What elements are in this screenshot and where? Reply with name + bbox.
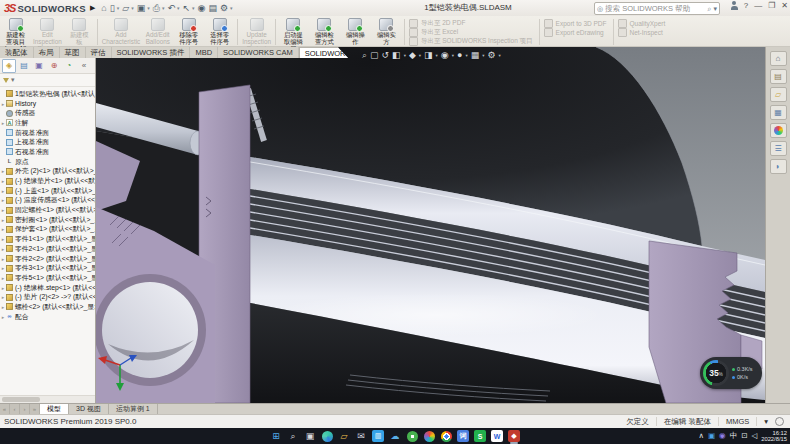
doc-tab-nav-3[interactable]: › [20, 404, 30, 414]
forum-tab[interactable]: ◗ [770, 159, 787, 174]
apply-scene-icon[interactable]: ▦ [471, 50, 480, 60]
save-button-caret-icon[interactable]: ▾ [147, 5, 150, 11]
doc-tab-nav-2[interactable]: ‹ [10, 404, 20, 414]
search-icon[interactable]: ⌕ [708, 5, 712, 13]
dimxpertmanager-tab[interactable]: ⊕ [47, 59, 61, 73]
zoom-area-icon[interactable]: ▢ [370, 50, 379, 60]
component-insulation-gasket[interactable]: ▸(-) 绝缘垫片<1> (默认<<默认>_显 [0, 176, 95, 186]
right-plane[interactable]: 右视基准面 [0, 147, 95, 157]
apply-scene-icon-caret[interactable]: ▾ [482, 53, 484, 58]
component-part1[interactable]: ▸零件1<1> (默认<<默认>_显示状态 [0, 234, 95, 244]
previous-view-icon[interactable]: ↺ [382, 50, 390, 60]
monitor-icon[interactable]: ⊡ [741, 432, 747, 440]
component-temperature-sensor[interactable]: ▸(-) 温度传感器<1> (默认<<默认>_ [0, 196, 95, 206]
sensors-folder[interactable]: 传感器 [0, 108, 95, 118]
status-caret-icon[interactable]: ▾ [764, 417, 768, 426]
dictionary-app-icon[interactable]: 词 [457, 430, 469, 442]
scrollbar-thumb[interactable] [2, 397, 40, 402]
status-help-icon[interactable] [775, 417, 784, 426]
task-view-button[interactable]: ▣ [304, 430, 316, 442]
origin[interactable]: L原点 [0, 157, 95, 167]
new-file-button-caret-icon[interactable]: ▾ [117, 5, 120, 11]
rebuild-button[interactable]: ◉ [198, 3, 206, 13]
view-settings-icon-caret[interactable]: ▾ [499, 53, 501, 58]
component-seal-ring[interactable]: ▸密封圈<1> (默认<<默认>_显示状 [0, 215, 95, 225]
propertymanager-tab[interactable]: ▤ [17, 59, 31, 73]
assembly-root[interactable]: 1型铠装热电偶 (默认<默认_显示状态-1 [0, 89, 95, 99]
front-plane[interactable]: 前视基准面 [0, 128, 95, 138]
search-caret-icon[interactable]: ▾ [713, 5, 717, 13]
annotations-folder[interactable]: ▸A注解 [0, 118, 95, 128]
zoom-fit-icon[interactable]: ⌕ [362, 50, 367, 60]
component-fixing-bolt[interactable]: ▸固定螺栓<1> (默认<<默认>_显示 [0, 205, 95, 215]
tab-mbd[interactable]: MBD [190, 47, 218, 58]
view-palette-tab[interactable]: ▦ [770, 105, 787, 120]
undo-button[interactable]: ↶ [167, 3, 175, 13]
component-gasket[interactable]: ▸(-) 垫片 (2)<2> ->? (默认<<默认> [0, 292, 95, 302]
display-style-icon-caret[interactable]: ▾ [436, 53, 438, 58]
edit-inspection-method-button[interactable]: 编辑检 查方式 [309, 17, 340, 46]
ime-chinese-indicator[interactable]: 中 [730, 432, 738, 440]
mates-folder[interactable]: ▸∞配合 [0, 312, 95, 322]
search-scope-icon[interactable]: ◎ [597, 5, 603, 13]
tab-assembly[interactable]: 装配体 [0, 47, 34, 58]
chrome-icon[interactable] [440, 430, 452, 442]
tab-solidworks-addins[interactable]: SOLIDWORKS 插件 [112, 47, 191, 58]
section-view-icon-caret[interactable]: ▾ [404, 53, 406, 58]
app-360-icon[interactable] [406, 430, 418, 442]
options-button-caret-icon[interactable]: ▾ [230, 5, 233, 11]
edit-operation-button[interactable]: 编辑操 作 [340, 17, 371, 46]
mail-icon[interactable]: ✉ [355, 430, 367, 442]
login-button[interactable] [731, 1, 738, 10]
menu-expand-arrow-icon[interactable]: ▶ [90, 4, 95, 12]
display-style-icon[interactable]: ◨ [424, 50, 433, 60]
volume-icon[interactable]: ◁ [751, 432, 757, 440]
open-file-button-caret-icon[interactable]: ▾ [131, 5, 134, 11]
start-button[interactable]: ⊞ [270, 430, 282, 442]
onedrive-icon[interactable]: ☁ [389, 430, 401, 442]
component-bolt[interactable]: ▸螺栓<2> (默认<<默认>_显示状态 [0, 302, 95, 312]
undo-button-caret-icon[interactable]: ▾ [177, 5, 180, 11]
wps-icon[interactable]: W [491, 430, 503, 442]
edge-browser-icon[interactable] [321, 430, 333, 442]
hide-show-items-icon[interactable]: ◉ [441, 50, 449, 60]
doc-tab-nav-1[interactable]: « [0, 404, 10, 414]
tray-shield-icon[interactable]: ◉ [719, 432, 726, 440]
print-button-caret-icon[interactable]: ▾ [162, 5, 165, 11]
open-file-button[interactable]: ▱ [122, 3, 129, 13]
component-insulation-rod[interactable]: ▸(-) 绝缘棒.step<1> (默认<<默认> [0, 283, 95, 293]
component-shell[interactable]: ▸外壳 (2)<1> (默认<<默认>_显示状 [0, 167, 95, 177]
panel-horizontal-scrollbar[interactable] [0, 395, 95, 403]
tab-evaluate[interactable]: 评估 [86, 47, 112, 58]
displaymanager-tab[interactable]: ◔ [62, 59, 76, 73]
view-settings-icon[interactable]: ⚙ [487, 50, 495, 60]
section-view-icon[interactable]: ◧ [392, 50, 401, 60]
filter-caret-icon[interactable]: ▾ [11, 76, 15, 84]
remove-balloons-button[interactable]: 移除零 件序号 [173, 17, 204, 46]
search-box[interactable]: ◎ 搜索 SOLIDWORKS 帮助 ⌕ ▾ [594, 2, 720, 15]
app-s-icon[interactable]: S [474, 430, 486, 442]
view-orientation-icon-caret[interactable]: ▾ [419, 53, 421, 58]
component-part2-1[interactable]: ▸零件2<1> (默认<<默认>_显示状态 [0, 244, 95, 254]
featuremanager-tree-tab[interactable]: ◈ [2, 59, 16, 73]
solidworks-resources-tab[interactable]: ⌂ [770, 51, 787, 66]
filter-funnel-icon[interactable] [3, 78, 9, 83]
design-library-tab[interactable]: ▤ [770, 69, 787, 84]
file-explorer-icon[interactable]: ▱ [338, 430, 350, 442]
graphics-viewport[interactable]: ⌕▢↺◧▾◆▾◨▾◉▾●▾▦▾⚙▾ 35 % 0.3K/s 0K/s [96, 47, 765, 403]
tab-layout[interactable]: 布局 [34, 47, 60, 58]
file-explorer-tab[interactable]: ▱ [770, 87, 787, 102]
help-button[interactable]: ? [744, 1, 748, 10]
close-button[interactable]: ✕ [781, 1, 788, 10]
tab-sketch[interactable]: 草图 [60, 47, 86, 58]
search-button[interactable]: ⌕ [287, 430, 299, 442]
new-file-button[interactable]: ▯ [110, 3, 115, 13]
appearances-scenes-tab[interactable] [770, 123, 787, 138]
edit-instance-button[interactable]: 编辑实 方 [371, 17, 402, 46]
select-button[interactable]: ↖ [182, 3, 190, 13]
select-button-caret-icon[interactable]: ▾ [192, 5, 195, 11]
tree-filter-bar[interactable]: ▾ [0, 74, 95, 87]
tray-app-icon[interactable]: ▣ [708, 432, 715, 440]
configurationmanager-tab[interactable]: ▣ [32, 59, 46, 73]
component-top-cover[interactable]: ▸(-) 上盖<1> (默认<<默认>_显示状 [0, 186, 95, 196]
